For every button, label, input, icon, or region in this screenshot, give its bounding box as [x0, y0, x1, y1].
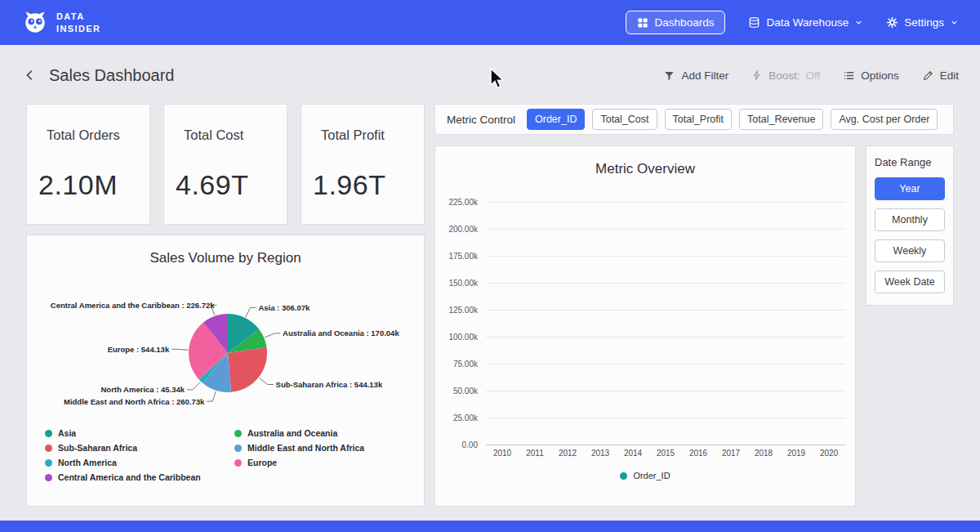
legend-dot: [234, 459, 242, 467]
pie-label-north-america: North America : 45.34k: [100, 385, 185, 394]
metric-chip-order-id[interactable]: Order_ID: [527, 109, 585, 130]
gridline: [486, 445, 845, 445]
app-root: DATA INSIDER Dashboards D: [0, 0, 980, 532]
metric-chip-total-profit[interactable]: Total_Profit: [665, 109, 733, 130]
x-tick-label: 2011: [519, 449, 551, 458]
x-tick-label: 2010: [486, 449, 519, 458]
brand: DATA INSIDER: [21, 9, 100, 37]
dashboards-button[interactable]: Dashboards: [626, 11, 726, 34]
dashboards-label: Dashboards: [655, 16, 715, 29]
y-tick-label: 75.00k: [453, 360, 478, 369]
lightning-bolt-icon: [751, 69, 763, 81]
owl-logo-icon: [21, 9, 49, 37]
date-range-label: Date Range: [875, 156, 945, 168]
pie-label-australia-and-oceania: Australia and Oceania : 170.04k: [283, 329, 399, 338]
top-navbar: DATA INSIDER Dashboards D: [0, 0, 980, 45]
settings-menu[interactable]: Settings: [886, 16, 959, 29]
header-actions: Add Filter Boost: Off Options: [663, 69, 959, 82]
kpi-card-total-profit: Total Profit 1.96T: [301, 104, 425, 225]
date-range-monthly[interactable]: Monthly: [875, 208, 945, 231]
dashboard-grid-icon: [637, 17, 648, 29]
kpi-value: 1.96T: [313, 169, 412, 201]
legend-dot: [45, 430, 52, 437]
bar-legend-label: Order_ID: [633, 471, 670, 481]
legend-label: Middle East and North Africa: [247, 443, 364, 453]
legend-item-middle-east-and-north-africa: Middle East and North Africa: [234, 443, 364, 453]
boost-toggle[interactable]: Boost: Off: [751, 69, 820, 82]
kpi-value: 4.69T: [176, 169, 275, 201]
y-tick-label: 50.00k: [453, 387, 478, 396]
kpi-card-total-orders: Total Orders 2.10M: [26, 104, 150, 225]
chevron-down-icon: [950, 18, 959, 27]
x-tick-label: 2020: [813, 449, 845, 458]
legend-label: North America: [58, 458, 117, 467]
pie-callout-line: [172, 349, 188, 350]
settings-label: Settings: [904, 16, 944, 29]
pie-chart-title: Sales Volume by Region: [27, 250, 424, 266]
data-warehouse-label: Data Warehouse: [766, 16, 849, 29]
bar-xlabels: 2010201120122013201420152016201720182019…: [486, 449, 845, 458]
filter-funnel-icon: [663, 69, 675, 82]
metric-chip-avg-cost-per-order[interactable]: Avg. Cost per Order: [831, 109, 938, 130]
pie-callout-line: [187, 382, 200, 389]
date-range-weekly[interactable]: Weekly: [875, 239, 945, 262]
database-icon: [748, 16, 760, 29]
date-range-year[interactable]: Year: [875, 177, 945, 200]
bar-chart-title: Metric Overview: [435, 161, 855, 177]
metric-control-buttons: Order_IDTotal_CostTotal_ProfitTotal_Reve…: [527, 109, 938, 130]
pie-slice-sub-saharan-africa[interactable]: [228, 347, 267, 392]
kpi-label: Total Profit: [313, 127, 412, 143]
boost-label: Boost:: [768, 69, 800, 82]
legend-label: Central America and the Caribbean: [58, 472, 201, 482]
pie-callout-line: [259, 378, 273, 385]
data-warehouse-menu[interactable]: Data Warehouse: [748, 16, 863, 29]
options-button[interactable]: Options: [843, 69, 899, 82]
x-tick-label: 2012: [551, 449, 584, 458]
legend-label: Australia and Oceania: [247, 428, 337, 438]
page-title: Sales Dashboard: [49, 66, 174, 85]
kpi-label: Total Orders: [38, 127, 138, 143]
x-tick-label: 2016: [682, 449, 715, 458]
back-button[interactable]: [21, 66, 39, 84]
legend-dot: [234, 445, 242, 452]
page-header: Sales Dashboard Add Filter Boost: Off: [21, 59, 959, 92]
y-tick-label: 175.00k: [448, 251, 478, 260]
metric-chip-total-cost[interactable]: Total_Cost: [592, 109, 657, 130]
date-range-week-date[interactable]: Week Date: [875, 270, 945, 293]
metric-control-label: Metric Control: [447, 114, 515, 126]
legend-dot: [45, 445, 52, 452]
chevron-left-icon: [23, 68, 38, 83]
legend-item-north-america: North America: [45, 458, 234, 467]
kpi-card-total-cost: Total Cost 4.69T: [163, 104, 287, 225]
pie-svg: Asia : 306.07kAustralia and Oceania : 17…: [27, 278, 425, 427]
bar-plot-area: 225.00k200.00k175.00k150.00k125.00k100.0…: [443, 202, 847, 445]
legend-item-europe: Europe: [234, 458, 364, 467]
legend-item-central-america-and-the-caribbean: Central America and the Caribbean: [45, 472, 234, 482]
metric-chip-total-revenue[interactable]: Total_Revenue: [739, 109, 823, 130]
kpi-value: 2.10M: [38, 169, 138, 201]
y-tick-label: 25.00k: [453, 413, 478, 422]
y-tick-label: 100.00k: [448, 333, 478, 342]
date-range-panel: Date Range YearMonthlyWeeklyWeek Date: [866, 145, 954, 306]
add-filter-button[interactable]: Add Filter: [663, 69, 728, 82]
list-icon: [843, 69, 855, 82]
edit-button[interactable]: Edit: [922, 69, 959, 82]
pie-callout-line: [265, 333, 280, 338]
x-tick-label: 2019: [780, 449, 813, 458]
legend-item-sub-saharan-africa: Sub-Saharan Africa: [45, 443, 234, 453]
legend-dot: [234, 430, 242, 437]
x-tick-label: 2014: [617, 449, 649, 458]
x-tick-label: 2013: [584, 449, 617, 458]
x-tick-label: 2017: [715, 449, 747, 458]
y-tick-label: 225.00k: [448, 198, 478, 207]
pie-label-asia: Asia : 306.07k: [258, 303, 310, 312]
metric-control-bar: Metric Control Order_IDTotal_CostTotal_P…: [434, 104, 954, 135]
y-tick-label: 150.00k: [448, 279, 478, 288]
pie-callout-line: [246, 307, 256, 317]
kpi-label: Total Cost: [176, 127, 275, 143]
legend-dot: [45, 459, 52, 467]
legend-item-australia-and-oceania: Australia and Oceania: [234, 428, 364, 438]
y-tick-label: 0.00: [462, 440, 478, 449]
kpi-row: Total Orders 2.10M Total Cost 4.69T Tota…: [26, 104, 425, 225]
brand-line2: INSIDER: [56, 23, 100, 35]
